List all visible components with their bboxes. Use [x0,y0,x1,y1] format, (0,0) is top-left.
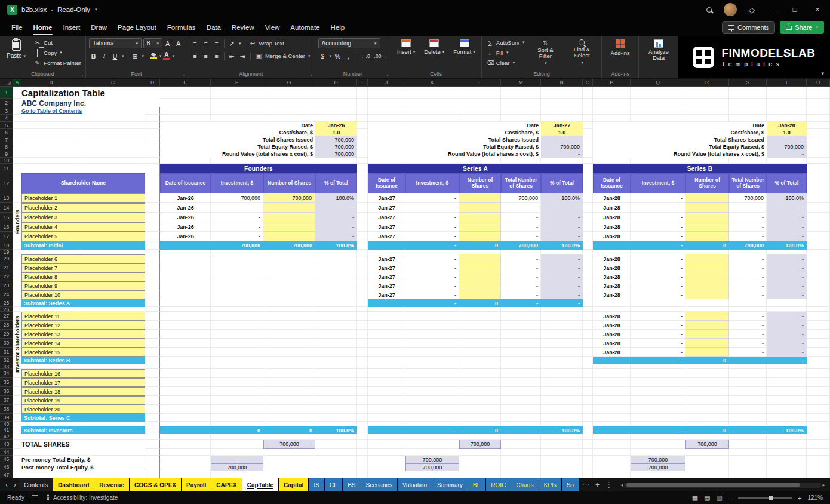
cell-B15[interactable]: Placeholder 3 [21,213,145,222]
grid-cell[interactable] [263,107,315,115]
grid-cell[interactable] [263,396,315,405]
grid-cell[interactable] [729,471,767,478]
grid-cell[interactable] [501,434,541,440]
grid-cell[interactable] [211,115,263,122]
grid-cell[interactable] [729,378,767,387]
cell-P21[interactable]: Jan-28 [593,263,631,272]
grid-cell[interactable] [685,414,729,422]
grid-cell[interactable] [211,330,263,339]
column-header-I[interactable]: I [357,79,368,87]
cell-M21[interactable]: - [501,263,541,272]
sheet-tab-cogs-opex[interactable]: COGS & OPEX [130,478,182,491]
grid-cell[interactable] [405,339,459,348]
cell-J23[interactable]: Jan-27 [368,281,405,290]
grid-cell[interactable] [501,115,541,122]
row-header-27[interactable]: 27 [0,312,13,321]
page-break-view-icon[interactable]: ▥ [716,494,722,502]
grid-cell[interactable] [541,456,583,463]
grid-cell[interactable] [541,115,583,122]
grid-cell[interactable] [767,456,807,463]
column-header-U[interactable]: U [807,79,830,87]
cell-P18[interactable] [593,241,631,250]
cell-G12[interactable]: Number of Shares [263,173,315,193]
row-header-37[interactable]: 37 [0,396,13,405]
cell-R20[interactable] [685,254,729,263]
cell-E7[interactable]: Total Shares Issued [160,136,315,143]
grid-cell[interactable] [357,87,368,99]
sheet-tab-roic[interactable]: ROIC [486,478,511,491]
cell-R14[interactable] [685,203,729,213]
grid-cell[interactable] [501,321,541,330]
grid-cell[interactable] [685,456,729,463]
cell-P29[interactable]: Jan-28 [593,330,631,339]
grid-cell[interactable] [541,387,583,396]
grid-cell[interactable] [368,87,405,99]
cell-J15[interactable]: Jan-27 [368,213,405,222]
cell-N13[interactable]: 100.0% [541,193,583,203]
sheet-tab-so[interactable]: So [562,478,579,491]
grid-cell[interactable] [807,405,830,414]
share-button[interactable]: Share ▾ [780,21,824,34]
grid-cell[interactable] [729,299,767,307]
cell-R15[interactable] [685,213,729,222]
row-header-21[interactable]: 21 [0,263,13,272]
cell-M22[interactable]: - [501,272,541,281]
zoom-slider[interactable] [738,497,792,499]
grid-cell[interactable] [631,87,685,99]
grid-cell[interactable] [211,99,263,107]
grid-cell[interactable] [211,281,263,290]
cell-J22[interactable]: Jan-27 [368,272,405,281]
cell-T24[interactable]: - [767,290,807,299]
cell-Q29[interactable]: - [631,330,685,339]
grid-cell[interactable] [160,449,211,456]
grid-cell[interactable] [263,434,315,440]
cell-M18[interactable]: 700,000 [501,241,541,250]
grid-cell[interactable] [160,422,211,426]
cell-P5[interactable]: Date [593,122,767,129]
grid-cell[interactable] [583,471,593,478]
grid-cell[interactable] [583,129,593,136]
grid-cell[interactable] [145,357,160,364]
cell-J9[interactable]: Round Value (total shares x cost), $ [368,150,541,158]
grid-cell[interactable] [160,158,211,164]
cell-S24[interactable]: - [729,290,767,299]
cell-K46[interactable]: 700,000 [405,463,459,471]
grid-cell[interactable] [13,456,21,463]
merge-center-button[interactable]: ▣Merge & Center▾ [254,51,312,61]
grid-cell[interactable] [405,414,459,422]
grid-cell[interactable] [541,471,583,478]
grid-cell[interactable] [685,396,729,405]
cell-B41[interactable]: Subtotal: Investors [21,426,145,434]
grid-cell[interactable] [357,339,368,348]
find-select-button[interactable]: Find & Select▾ [565,38,598,67]
scrollbar-track[interactable] [624,483,821,488]
grid-cell[interactable] [315,158,357,164]
grid-cell[interactable] [583,115,593,122]
grid-cell[interactable] [807,281,830,290]
grid-cell[interactable] [583,87,593,99]
row-header-24[interactable]: 24 [0,290,13,299]
grid-cell[interactable] [368,312,405,321]
grid-cell[interactable] [583,449,593,456]
grid-cell[interactable] [357,426,368,434]
grid-cell[interactable] [315,250,357,254]
grid-cell[interactable] [459,107,501,115]
grid-cell[interactable] [501,449,541,456]
grid-cell[interactable] [631,364,685,369]
grid-cell[interactable] [767,387,807,396]
row-header-26[interactable]: 26 [0,307,13,312]
grid-cell[interactable] [583,173,593,193]
grid-cell[interactable] [145,136,160,143]
grid-cell[interactable] [357,173,368,193]
italic-button[interactable]: I [100,51,109,61]
cell-S31[interactable]: - [729,348,767,357]
menu-view[interactable]: View [260,19,285,36]
grid-cell[interactable] [145,115,160,122]
grid-cell[interactable] [357,299,368,307]
grid-cell[interactable] [593,299,631,307]
grid-cell[interactable] [583,440,593,449]
cell-K22[interactable]: - [405,272,459,281]
grid-cell[interactable] [583,321,593,330]
grid-cell[interactable] [807,312,830,321]
grid-cell[interactable] [729,456,767,463]
